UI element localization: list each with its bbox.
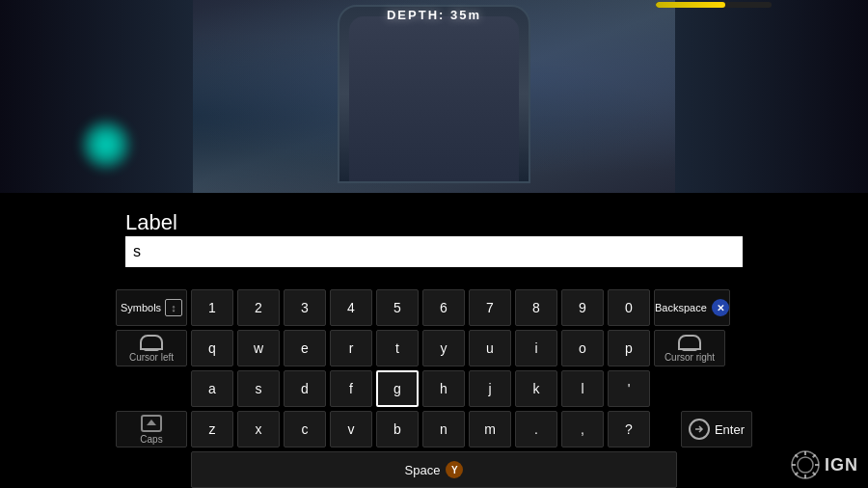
row3-spacer-left [116, 370, 187, 407]
ign-watermark: IGN [790, 449, 858, 480]
key-n[interactable]: n [422, 411, 465, 447]
backspace-key[interactable]: Backspace ✕ [654, 289, 730, 326]
key-g[interactable]: g [376, 370, 419, 407]
x-button-icon: ✕ [712, 299, 729, 316]
y-button-icon: Y [446, 461, 463, 478]
svg-line-9 [813, 455, 816, 458]
key-9[interactable]: 9 [561, 289, 604, 326]
keyboard-row-1: Symbols ↕ 1 2 3 4 5 6 7 8 9 0 Backspace … [116, 289, 752, 326]
svg-line-7 [813, 473, 816, 475]
key-8[interactable]: 8 [515, 289, 557, 326]
key-z[interactable]: z [191, 411, 233, 447]
key-q[interactable]: q [191, 330, 233, 366]
on-screen-keyboard: Symbols ↕ 1 2 3 4 5 6 7 8 9 0 Backspace … [116, 289, 752, 478]
row3-spacer-right [654, 370, 725, 407]
caps-label: Caps [140, 434, 162, 445]
key-a[interactable]: a [191, 370, 233, 407]
input-value: s [133, 243, 141, 260]
keyboard-row-2: Cursor left q w e r t y u i o p Cursor r… [116, 330, 752, 366]
key-4[interactable]: 4 [330, 289, 372, 326]
game-viewport: DEPTH: 35m [0, 0, 868, 193]
key-r[interactable]: r [330, 330, 372, 366]
key-u[interactable]: u [469, 330, 511, 366]
svg-line-8 [795, 473, 798, 475]
key-comma[interactable]: , [561, 411, 604, 447]
key-1[interactable]: 1 [191, 289, 233, 326]
cursor-right-label: Cursor right [665, 352, 715, 363]
enter-label: Enter [715, 422, 745, 437]
space-key[interactable]: Space Y [191, 451, 677, 488]
key-s[interactable]: s [237, 370, 280, 407]
depth-indicator: DEPTH: 35m [387, 8, 481, 22]
symbols-key[interactable]: Symbols ↕ [116, 289, 187, 326]
key-i[interactable]: i [515, 330, 557, 366]
enter-key[interactable]: Enter [681, 411, 752, 447]
center-door-panel [338, 5, 530, 183]
key-apostrophe[interactable]: ' [608, 370, 650, 407]
key-c[interactable]: c [284, 411, 326, 447]
symbols-icon: ↕ [165, 299, 182, 316]
depth-progress-fill [656, 2, 725, 8]
depth-progress-bar [656, 2, 772, 8]
key-v[interactable]: v [330, 411, 372, 447]
key-5[interactable]: 5 [376, 289, 419, 326]
symbols-label: Symbols [121, 302, 161, 313]
svg-point-1 [798, 457, 813, 473]
caps-key[interactable]: Caps [116, 411, 187, 447]
field-label: Label [125, 210, 177, 235]
ign-text: IGN [825, 455, 858, 475]
key-6[interactable]: 6 [422, 289, 465, 326]
enter-arrow-icon [693, 423, 705, 435]
key-h[interactable]: h [422, 370, 465, 407]
key-j[interactable]: j [469, 370, 511, 407]
key-w[interactable]: w [237, 330, 280, 366]
key-0[interactable]: 0 [608, 289, 650, 326]
ign-gear-icon [790, 449, 821, 480]
key-y[interactable]: y [422, 330, 465, 366]
cursor-right-key[interactable]: Cursor right [654, 330, 725, 366]
wall-right [675, 0, 868, 193]
key-f[interactable]: f [330, 370, 372, 407]
key-x[interactable]: x [237, 411, 280, 447]
space-spacer-right [681, 451, 752, 488]
space-label: Space [405, 463, 441, 477]
caps-icon [141, 415, 162, 432]
keyboard-space-row: Space Y [116, 451, 752, 488]
key-period[interactable]: . [515, 411, 557, 447]
key-d[interactable]: d [284, 370, 326, 407]
center-panel-inner [349, 16, 519, 181]
key-k[interactable]: k [515, 370, 557, 407]
key-l[interactable]: l [561, 370, 604, 407]
keyboard-row-4: Caps z x c v b n m . , ? [116, 411, 752, 447]
keyboard-row-3: a s d f g h j k l ' [116, 370, 752, 407]
key-question[interactable]: ? [608, 411, 650, 447]
cursor-left-label: Cursor left [129, 352, 174, 363]
key-m[interactable]: m [469, 411, 511, 447]
key-o[interactable]: o [561, 330, 604, 366]
cursor-left-key[interactable]: Cursor left [116, 330, 187, 366]
key-t[interactable]: t [376, 330, 419, 366]
teal-accent-light [77, 116, 135, 174]
key-e[interactable]: e [284, 330, 326, 366]
text-input-ui: Label s Symbols ↕ 1 2 3 4 5 6 7 8 9 0 Ba… [0, 193, 868, 488]
svg-line-6 [795, 455, 798, 458]
space-spacer-left [116, 451, 187, 488]
text-input-field[interactable]: s [125, 236, 743, 267]
key-2[interactable]: 2 [237, 289, 280, 326]
backspace-label: Backspace [655, 302, 707, 313]
corridor [0, 0, 868, 193]
rb-icon [678, 335, 701, 350]
key-3[interactable]: 3 [284, 289, 326, 326]
lb-icon [140, 335, 163, 350]
enter-circle-icon [689, 419, 710, 440]
key-7[interactable]: 7 [469, 289, 511, 326]
key-p[interactable]: p [608, 330, 650, 366]
key-b[interactable]: b [376, 411, 419, 447]
